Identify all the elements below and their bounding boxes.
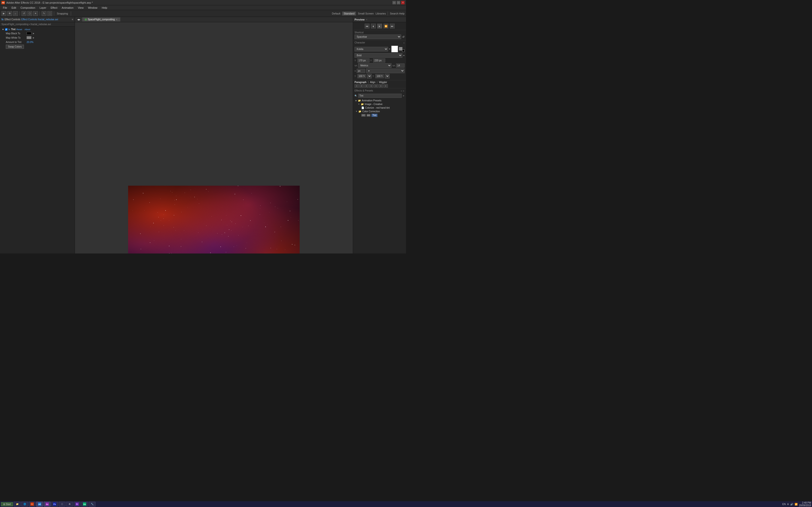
font-style-dropdown[interactable]: ▾ (403, 54, 405, 57)
baseline-input[interactable] (357, 69, 365, 73)
panel-menu-icon[interactable]: ≡ (72, 18, 73, 21)
tracking-input[interactable] (373, 58, 385, 62)
tree-colorize-item[interactable]: 📄 Colorize - red hand tint (355, 106, 405, 110)
tint-selected-item[interactable]: Tint (371, 114, 377, 117)
character-menu[interactable]: ≡ (403, 42, 405, 44)
effects-presets-menu[interactable]: ≡ ✕ (401, 90, 405, 92)
font-family-dropdown[interactable]: ▾ (389, 48, 390, 50)
comp-tab-nav-icon: ◀▶ (77, 18, 81, 21)
star (287, 202, 287, 202)
star (224, 232, 225, 233)
metrics-select[interactable]: Metrics (358, 63, 391, 68)
justify-center-btn[interactable]: ≡ (374, 84, 378, 88)
map-black-swatch[interactable] (27, 32, 32, 35)
h-scale-select[interactable]: ▾ (367, 74, 372, 78)
preview-prev-frame[interactable]: ⏴ (371, 24, 376, 29)
preview-next-frame[interactable]: ⏩ (384, 24, 388, 29)
tint-enable-checkbox[interactable] (5, 28, 7, 31)
comp-tab-nav-left[interactable]: ◀▶ (76, 18, 82, 21)
star (231, 230, 232, 231)
workspace-libraries[interactable]: Libraries (375, 12, 386, 15)
maximize-button[interactable]: □ (397, 1, 400, 4)
map-black-arrow: ▶ (33, 32, 34, 35)
star (211, 216, 212, 217)
justify-left-btn[interactable]: ≡ (369, 84, 373, 88)
h-scale-input[interactable] (357, 74, 366, 78)
shortcut-select[interactable]: Spacebar (355, 35, 401, 39)
justify-right-btn[interactable]: ≡ (379, 84, 383, 88)
camera-orbit-tool[interactable]: ⬡ (27, 11, 32, 16)
comp-tab-close[interactable]: ✕ (116, 18, 118, 21)
preview-first-frame[interactable]: ⏮ (365, 24, 369, 29)
amount-to-tint-value[interactable]: 20.0% (27, 41, 33, 44)
fill-color-box[interactable] (402, 50, 405, 52)
star (298, 220, 299, 221)
align-left-btn[interactable]: ≡ (355, 84, 359, 88)
search-help[interactable]: Search Help (390, 12, 405, 15)
map-white-swatch[interactable] (27, 36, 32, 39)
hand-tool[interactable]: ✥ (7, 11, 12, 16)
preview-last-frame[interactable]: ⏭ (390, 24, 395, 29)
effects-search-input[interactable] (358, 94, 402, 98)
tint-about-button[interactable]: About (24, 28, 31, 31)
star (144, 210, 145, 211)
tree-color-correction[interactable]: ▼ 📁 Color Correction (355, 110, 405, 113)
menu-item-edit[interactable]: Edit (10, 6, 18, 10)
menu-item-window[interactable]: Window (86, 6, 99, 10)
star (250, 220, 251, 221)
workspace-standard[interactable]: Standard (342, 12, 356, 15)
menu-item-layer[interactable]: Layer (38, 6, 48, 10)
swap-colors-button[interactable]: Swap Colors (6, 45, 24, 49)
preview-play-stop[interactable]: ⏵ (377, 24, 382, 29)
menu-item-help[interactable]: Help (100, 6, 109, 10)
close-button[interactable]: ✕ (401, 1, 405, 4)
right-panel: Preview ≡ ⏮ ⏴ ⏵ ⏩ ⏭ Shortcut Spacebar ↺ … (353, 17, 406, 253)
tint-effect-header[interactable]: ▼ fx Tint Reset About (1, 27, 74, 31)
h-scale-T-icon: T (355, 75, 356, 77)
effects-presets-search-row: 🔍 ✕ (355, 94, 405, 98)
mask-tool[interactable]: ⬚ (47, 11, 52, 16)
swap-colors-row: Swap Colors (1, 44, 74, 49)
tracking-value-input[interactable] (396, 63, 405, 68)
menu-item-animation[interactable]: Animation (60, 6, 75, 10)
font-size-row: T T (355, 58, 405, 62)
v-scale-select[interactable]: ▾ (385, 74, 390, 78)
star (241, 215, 241, 216)
select-tool[interactable]: ▶ (1, 11, 6, 16)
layer-path: SpaceFlight_compositing • fractal_nebula… (0, 22, 75, 26)
search-icon: 🔍 (355, 95, 357, 97)
search-clear-icon[interactable]: ✕ (403, 95, 405, 97)
menu-item-composition[interactable]: Composition (18, 6, 37, 10)
font-size-input[interactable] (357, 58, 369, 62)
baseline-select[interactable]: ▾ (366, 68, 405, 73)
tree-image-creative[interactable]: ▼ 📁 Image - Creative (355, 102, 405, 106)
zoom-tool[interactable]: ⌕ (13, 11, 18, 16)
preview-panel-menu[interactable]: ≡ (366, 18, 367, 21)
align-right-btn[interactable]: ≡ (364, 84, 368, 88)
shortcut-refresh[interactable]: ↺ (402, 35, 405, 39)
menu-item-view[interactable]: View (76, 6, 86, 10)
align-center-btn[interactable]: ≡ (359, 84, 364, 88)
composition-tab-spaceflight[interactable]: SpaceFlight_compositing ✕ (82, 17, 120, 21)
pan-tool[interactable]: ✦ (33, 11, 38, 16)
font-family-select[interactable]: Kokila (355, 47, 388, 51)
star (206, 225, 207, 226)
tint-collapse-arrow: ▼ (2, 28, 4, 31)
font-style-select[interactable]: Bold (355, 53, 402, 58)
pen-tool[interactable]: ✎ (42, 11, 46, 16)
menu-item-file[interactable]: File (1, 6, 9, 10)
v-scale-input[interactable] (375, 74, 384, 78)
rotate-tool[interactable]: ↺ (21, 11, 27, 16)
menu-item-effect[interactable]: Effect (49, 6, 59, 10)
minimize-button[interactable]: — (393, 1, 396, 4)
workspace-default[interactable]: Default (332, 12, 340, 15)
paragraph-sep2: | (377, 81, 377, 83)
tint-reset-button[interactable]: Reset (16, 28, 22, 31)
tree-animation-presets[interactable]: ▶ 📁 Animation Presets (355, 99, 405, 102)
font-color-box[interactable] (391, 46, 398, 52)
justify-all-btn[interactable]: ≡ (384, 84, 388, 88)
star (260, 208, 260, 209)
workspace-small[interactable]: Small Screen (358, 12, 373, 15)
metrics-label: VA (355, 64, 357, 67)
star (292, 244, 292, 244)
